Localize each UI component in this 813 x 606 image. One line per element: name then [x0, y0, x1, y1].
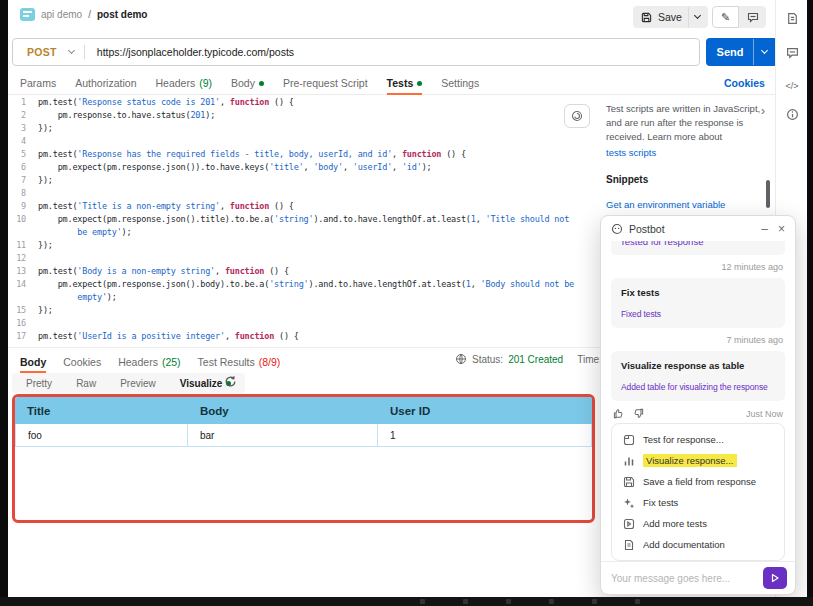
code-text: pm.test('Body is a non-empty string', fu… [38, 265, 289, 278]
tab-badge: (25) [162, 356, 181, 368]
docs-link[interactable]: tests scripts [606, 146, 762, 160]
line-number: 17 [8, 330, 38, 343]
suggestion-visualize-response[interactable]: Visualize response... [612, 450, 784, 471]
line-number: 13 [8, 265, 38, 278]
code-text [38, 135, 43, 148]
save-button[interactable]: Save [633, 6, 708, 28]
status-value: 201 Created [508, 354, 563, 365]
response-tab-cookies[interactable]: Cookies [63, 352, 101, 371]
suggestion-label: Save a field from response [643, 476, 756, 487]
tab-params[interactable]: Params [20, 72, 56, 94]
postbot-result-link[interactable]: Added table for visualizing the response [621, 382, 775, 392]
code-text: }); [38, 239, 53, 252]
postbot-result-link[interactable]: Tested for response [620, 241, 703, 247]
code-token: 201 [190, 110, 205, 120]
docs-scrollbar[interactable] [766, 180, 770, 208]
postbot-header[interactable]: Postbot – × [601, 216, 795, 241]
tab-pre-request-script[interactable]: Pre-request Script [283, 72, 368, 94]
comment-button[interactable] [739, 6, 766, 28]
tests-code-editor[interactable]: 1pm.test('Response status code is 201', … [8, 96, 594, 345]
postbot-title: Postbot [629, 223, 665, 235]
code-token: 'Title should not [486, 214, 570, 224]
tab-body[interactable]: Body [231, 72, 264, 94]
suggestion-fix-tests[interactable]: Fix tests [612, 492, 784, 513]
tab-authorization[interactable]: Authorization [75, 72, 136, 94]
response-tab-headers[interactable]: Headers(25) [118, 352, 180, 371]
info-icon[interactable] [784, 106, 800, 122]
tab-headers[interactable]: Headers(9) [155, 72, 212, 94]
code-token [38, 227, 77, 237]
code-token: 'Response has the required fields - titl… [77, 149, 392, 159]
code-token: , [215, 266, 225, 276]
code-text: pm.test('UserId is a positive integer', … [38, 330, 299, 343]
postbot-icon [611, 223, 623, 235]
table-header-row: TitleBodyUser ID [15, 397, 592, 424]
response-tab-test-results[interactable]: Test Results(8/9) [198, 352, 281, 371]
snippets-title: Snippets [606, 173, 762, 187]
code-token: }); [38, 175, 53, 185]
edit-pencil-button[interactable]: ✎ [712, 6, 739, 28]
code-line: 10 pm.expect(pm.response.json().title).t… [8, 213, 594, 226]
code-text [38, 187, 43, 200]
breadcrumb-workspace[interactable]: api demo [41, 9, 82, 20]
view-tab-raw[interactable]: Raw [64, 373, 108, 393]
method-selector[interactable]: POST [13, 46, 69, 58]
save-divider [688, 7, 689, 28]
save-chevron-icon[interactable] [694, 12, 701, 19]
suggestion-add-documentation[interactable]: Add documentation [612, 534, 784, 555]
documentation-icon[interactable] [784, 10, 800, 26]
method-chevron-icon[interactable] [68, 47, 75, 54]
suggestion-label: Add more tests [643, 518, 707, 529]
line-number: 3 [8, 122, 38, 135]
thumb-down-icon[interactable] [633, 408, 644, 419]
minimize-icon[interactable]: – [761, 223, 768, 235]
code-line: 17pm.test('UserId is a positive integer'… [8, 330, 594, 343]
comment-icon [747, 11, 759, 23]
table-cell: foo [15, 424, 188, 447]
view-tab-pretty[interactable]: Pretty [14, 373, 64, 393]
response-tabs: BodyCookiesHeaders(25)Test Results(8/9) [20, 352, 280, 371]
postbot-prompt: Visualize response as table [621, 360, 775, 371]
code-text: pm.expect(pm.response.json().title).to.b… [38, 213, 569, 226]
suggestion-add-more-tests[interactable]: Add more tests [612, 513, 784, 534]
code-token [38, 292, 77, 302]
send-chevron-icon[interactable] [761, 47, 768, 54]
suggestion-test-for-response[interactable]: Test for response... [612, 429, 784, 450]
postbot-result-link[interactable]: Fixed tests [621, 309, 775, 319]
postbot-editor-button[interactable] [564, 104, 590, 128]
code-text: pm.test('Title is a non-empty string', f… [38, 200, 294, 213]
line-number: 14 [8, 278, 38, 291]
close-icon[interactable]: × [778, 223, 785, 235]
postbot-body: Tested for response12 minutes agoFix tes… [601, 241, 795, 561]
refresh-icon[interactable] [224, 375, 237, 388]
comments-icon[interactable] [784, 44, 800, 60]
thumb-up-icon[interactable] [613, 408, 624, 419]
snippet-link-get-an-environment-variable[interactable]: Get an environment variable [606, 198, 762, 212]
code-token: ).and.to.have.lengthOf.at.least( [308, 279, 465, 289]
table-row: foobar1 [15, 424, 592, 447]
cookies-link[interactable]: Cookies [724, 77, 765, 89]
view-tab-preview[interactable]: Preview [108, 373, 168, 393]
suggestion-save-a-field-from-response[interactable]: Save a field from response [612, 471, 784, 492]
code-line: 9pm.test('Title is a non-empty string', … [8, 200, 594, 213]
docs-collapse-chevron-icon[interactable]: › [761, 104, 765, 118]
postbot-send-button[interactable] [763, 567, 787, 589]
code-snippet-icon[interactable]: </> [784, 78, 800, 94]
response-tab-body[interactable]: Body [20, 352, 46, 371]
code-token: 'title' [269, 162, 303, 172]
code-token: }); [38, 240, 53, 250]
tests-icon [622, 517, 635, 530]
tab-tests[interactable]: Tests [387, 72, 423, 94]
breadcrumb-request[interactable]: post demo [97, 9, 148, 20]
code-token: function [235, 331, 274, 341]
code-line: 4 [8, 135, 594, 148]
code-token: 'string' [269, 279, 308, 289]
postbot-message-input[interactable] [609, 572, 755, 585]
tab-label: Tests [387, 77, 414, 89]
code-text: }); [38, 174, 53, 187]
url-input[interactable]: https://jsonplaceholder.typicode.com/pos… [85, 46, 294, 58]
tab-settings[interactable]: Settings [441, 72, 479, 94]
send-button[interactable]: Send [706, 38, 778, 66]
tab-label: Raw [76, 378, 96, 389]
code-line: 7}); [8, 174, 594, 187]
